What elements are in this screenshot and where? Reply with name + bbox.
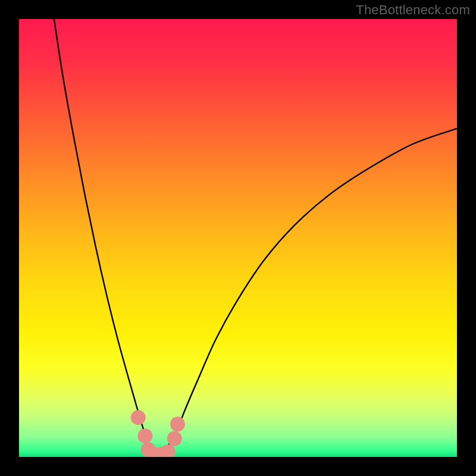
- marker-dot: [137, 428, 152, 443]
- marker-dot: [131, 410, 146, 425]
- plot-area: [19, 19, 457, 457]
- bottleneck-curve: [54, 19, 457, 455]
- chart-stage: TheBottleneck.com: [0, 0, 476, 476]
- curve-layer: [19, 19, 457, 457]
- curve-markers: [131, 410, 185, 457]
- marker-dot: [161, 444, 176, 457]
- marker-dot: [167, 431, 182, 446]
- marker-dot: [170, 416, 185, 431]
- watermark-text: TheBottleneck.com: [356, 2, 470, 18]
